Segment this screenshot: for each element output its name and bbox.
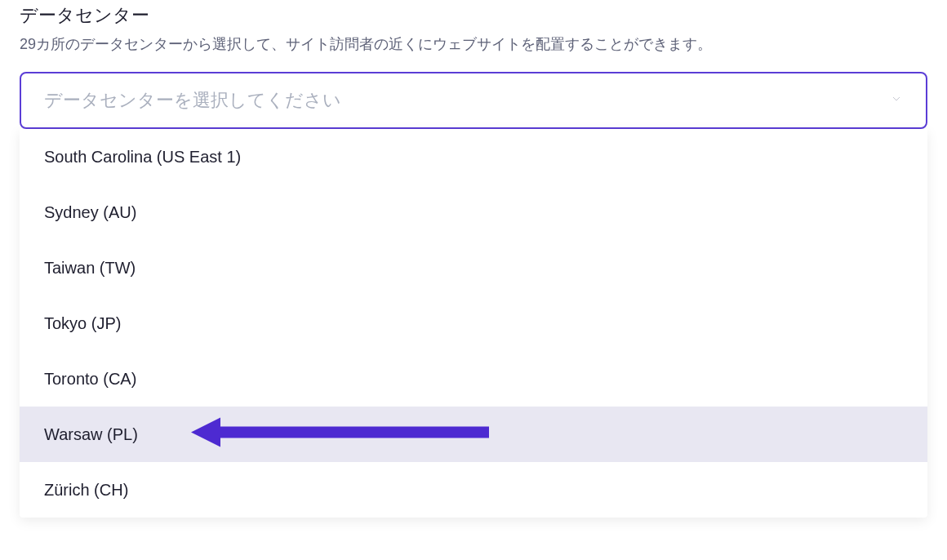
svg-marker-0 (191, 418, 489, 447)
dropdown-item-label: Tokyo (JP) (44, 314, 121, 333)
dropdown-item-tokyo[interactable]: Tokyo (JP) (20, 296, 927, 351)
dropdown-item-sydney[interactable]: Sydney (AU) (20, 184, 927, 240)
chevron-down-icon (890, 92, 903, 109)
dropdown-item-south-carolina[interactable]: South Carolina (US East 1) (20, 129, 927, 184)
dropdown-item-warsaw[interactable]: Warsaw (PL) (20, 407, 927, 462)
select-placeholder: データセンターを選択してください (44, 88, 890, 113)
datacenter-dropdown: South Carolina (US East 1) Sydney (AU) T… (20, 129, 927, 518)
dropdown-item-taiwan[interactable]: Taiwan (TW) (20, 240, 927, 296)
dropdown-item-label: Taiwan (TW) (44, 259, 136, 278)
dropdown-item-toronto[interactable]: Toronto (CA) (20, 351, 927, 407)
datacenter-select-wrapper: データセンターを選択してください South Carolina (US East… (20, 72, 927, 129)
dropdown-item-label: Warsaw (PL) (44, 425, 138, 444)
dropdown-item-zurich[interactable]: Zürich (CH) (20, 462, 927, 518)
dropdown-item-label: Toronto (CA) (44, 370, 136, 389)
dropdown-item-label: South Carolina (US East 1) (44, 148, 241, 167)
dropdown-item-label: Sydney (AU) (44, 203, 136, 222)
dropdown-item-label: Zürich (CH) (44, 481, 128, 500)
arrow-left-icon (191, 416, 493, 453)
section-heading: データセンター (20, 3, 927, 28)
section-description: 29カ所のデータセンターから選択して、サイト訪問者の近くにウェブサイトを配置する… (20, 34, 927, 54)
datacenter-select[interactable]: データセンターを選択してください (20, 72, 927, 129)
